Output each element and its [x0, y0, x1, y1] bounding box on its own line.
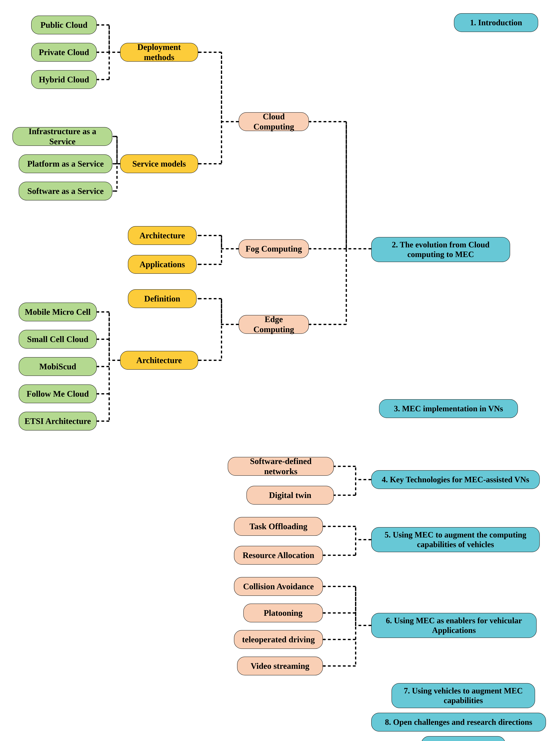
section-1: 1. Introduction: [454, 13, 538, 32]
section-5: 5. Using MEC to augment the computing ca…: [371, 527, 540, 552]
small-cell-cloud: Small Cell Cloud: [19, 330, 97, 349]
fog-applications: Applications: [128, 255, 196, 274]
video-streaming: Video streaming: [237, 657, 323, 675]
fog-computing: Fog Computing: [239, 240, 309, 258]
etsi-architecture: ETSI Architecture: [19, 412, 97, 430]
section-7: 7. Using vehicles to augment MEC capabil…: [391, 683, 535, 708]
task-offloading: Task Offloading: [234, 517, 323, 536]
follow-me-cloud: Follow Me Cloud: [19, 385, 97, 403]
saas: Software as a Service: [19, 182, 112, 200]
section-2: 2. The evolution from Cloud computing to…: [371, 237, 510, 262]
diagram-canvas: 1. Introduction 2. The evolution from Cl…: [3, 3, 560, 741]
edge-definition: Definition: [128, 289, 196, 308]
private-cloud: Private Cloud: [31, 43, 97, 62]
public-cloud: Public Cloud: [31, 16, 97, 34]
deployment-methods: Deployment methods: [120, 43, 198, 62]
service-models: Service models: [120, 154, 198, 173]
teleoperated-driving: teleoperated driving: [234, 630, 323, 649]
edge-computing: Edge Computing: [239, 315, 309, 334]
section-3: 3. MEC implementation in VNs: [379, 399, 518, 418]
section-8: 8. Open challenges and research directio…: [371, 713, 546, 732]
mobile-micro-cell: Mobile Micro Cell: [19, 302, 97, 321]
mobiscud: MobiScud: [19, 357, 97, 376]
edge-architecture: Architecture: [120, 351, 198, 369]
hybrid-cloud: Hybrid Cloud: [31, 70, 97, 89]
platooning: Platooning: [243, 604, 323, 622]
section-9: 9. Conclusion: [421, 736, 505, 741]
sdn: Software-defined networks: [228, 457, 334, 476]
iaas: Infrastructure as a Service: [12, 127, 112, 146]
cloud-computing: Cloud Computing: [239, 112, 309, 131]
section-6: 6. Using MEC as enablers for vehicular A…: [371, 613, 537, 638]
digital-twin: Digital twin: [246, 486, 334, 504]
paas: Platform as a Service: [19, 154, 112, 173]
collision-avoidance: Collision Avoidance: [234, 577, 323, 596]
section-4: 4. Key Technologies for MEC-assisted VNs: [371, 470, 540, 489]
fog-architecture: Architecture: [128, 226, 196, 245]
resource-allocation: Resource Allocation: [234, 546, 323, 564]
